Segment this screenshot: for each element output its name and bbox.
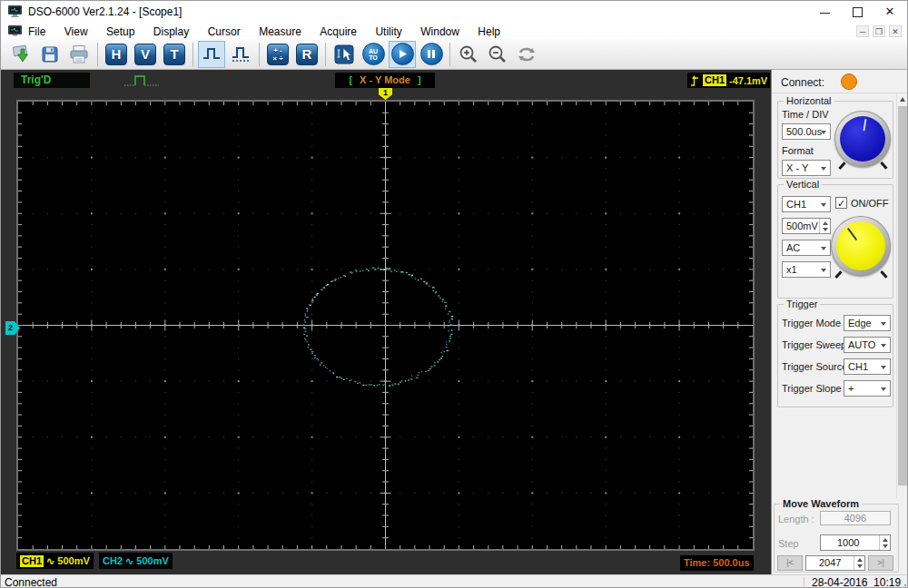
menu-measure[interactable]: Measure xyxy=(252,24,309,40)
chevron-down-icon xyxy=(821,131,826,134)
ch1-position-marker[interactable]: 1 xyxy=(379,88,392,100)
zoom-in-icon xyxy=(458,44,479,65)
zoom-in-button[interactable] xyxy=(455,41,482,68)
trigger-level-value: -47.1mV xyxy=(729,75,767,86)
move-waveform-title: Move Waveform xyxy=(780,498,862,509)
format-select[interactable]: X - Y xyxy=(782,160,831,176)
resize-grip[interactable] xyxy=(904,584,906,586)
menu-setup[interactable]: Setup xyxy=(99,24,142,40)
autoset-icon: AUTO xyxy=(362,43,385,65)
pause-icon xyxy=(420,43,443,65)
time-div-select[interactable]: 500.0us xyxy=(782,123,831,140)
panel-scrollbar[interactable] xyxy=(896,93,907,498)
trigger-group-title: Trigger xyxy=(784,299,820,309)
trigger-sweep-label: Trigger Sweep xyxy=(782,339,846,350)
connection-status-light[interactable] xyxy=(841,74,857,90)
toolbar-separator xyxy=(449,43,450,66)
menu-display[interactable]: Display xyxy=(146,24,196,40)
pointer-icon xyxy=(334,44,354,64)
coupling-select[interactable]: AC xyxy=(782,240,831,256)
channel-select[interactable]: CH1 xyxy=(782,196,831,212)
toolbar-separator xyxy=(97,43,98,66)
onoff-label: ON/OFF xyxy=(851,198,889,209)
run-button[interactable] xyxy=(389,41,416,68)
menu-help[interactable]: Help xyxy=(470,24,508,40)
delayed-pulse-button[interactable] xyxy=(227,41,254,68)
math-button[interactable]: + -× ÷ xyxy=(264,41,291,68)
trigger-setup-button[interactable]: T xyxy=(161,41,188,68)
horizontal-knob[interactable] xyxy=(834,111,891,167)
trigger-status: Trig'D xyxy=(14,73,90,88)
reference-button[interactable]: R xyxy=(293,41,321,68)
document-icon xyxy=(8,25,22,37)
step-spinner[interactable]: 1000 xyxy=(820,534,891,551)
menu-acquire[interactable]: Acquire xyxy=(312,24,364,40)
spinner-arrows[interactable] xyxy=(879,535,890,550)
zoom-out-button[interactable] xyxy=(484,41,511,68)
chevron-down-icon xyxy=(821,247,826,250)
go-first-button[interactable]: |< xyxy=(777,555,803,571)
pause-button[interactable] xyxy=(418,41,445,68)
waveform-plot xyxy=(18,102,753,549)
format-label: Format xyxy=(782,145,814,156)
mdi-minimize-button[interactable]: ─ xyxy=(856,25,869,37)
cursor-select-button[interactable] xyxy=(331,41,358,68)
autoset-button[interactable]: AUTO xyxy=(360,41,387,68)
minimize-button[interactable] xyxy=(809,1,840,23)
pulse-mode-button[interactable] xyxy=(198,41,225,68)
math-icon: + -× ÷ xyxy=(267,44,289,65)
ch1-readout: CH1 ∿ 500mV xyxy=(16,553,94,569)
menu-window[interactable]: Window xyxy=(413,24,467,40)
maximize-button[interactable] xyxy=(842,1,873,23)
open-button[interactable] xyxy=(7,41,35,68)
connection-status-text: Connected xyxy=(5,576,57,588)
save-button[interactable] xyxy=(36,41,64,68)
horizontal-setup-button[interactable]: H xyxy=(103,41,130,68)
horizontal-group: Horizontal Time / DIV 500.0us Format X -… xyxy=(777,101,893,179)
status-bar: Connected 28-04-2016 10:19 xyxy=(1,574,908,588)
trigger-source-select[interactable]: CH1 xyxy=(844,358,891,375)
spinner-arrows[interactable] xyxy=(819,219,830,233)
menu-file[interactable]: File xyxy=(21,24,53,40)
chevron-down-icon xyxy=(881,344,886,348)
mdi-close-button[interactable]: ✕ xyxy=(889,25,902,37)
chevron-down-icon xyxy=(821,269,826,272)
scrollbar-thumb[interactable] xyxy=(898,106,907,485)
go-last-button[interactable]: >| xyxy=(868,555,893,571)
position-spinner[interactable]: 2047 xyxy=(805,555,865,571)
display-mode-indicator: [X - Y Mode] xyxy=(335,73,435,88)
trigger-level-readout: CH1 -47.1mV xyxy=(687,73,770,88)
vertical-group-title: Vertical xyxy=(784,179,822,190)
trigger-slope-label: Trigger Slope xyxy=(782,383,842,394)
close-button[interactable]: ✕ xyxy=(874,1,905,23)
toolbar: H V T + -× ÷ R AUTO xyxy=(1,39,908,70)
vertical-setup-button[interactable]: V xyxy=(132,41,159,68)
length-input: 4096 xyxy=(820,511,891,525)
probe-select[interactable]: x1 xyxy=(782,261,831,278)
trigger-mode-select[interactable]: Edge xyxy=(844,315,891,331)
toolbar-separator xyxy=(259,43,260,66)
chevron-down-icon xyxy=(821,167,826,171)
menu-utility[interactable]: Utility xyxy=(368,24,409,40)
trigger-sweep-select[interactable]: AUTO xyxy=(844,337,891,353)
window-title: DSO-6000 Ver2.1.24 - [Scope1] xyxy=(28,5,182,18)
graticule[interactable] xyxy=(16,100,755,551)
time-div-label: Time / DIV xyxy=(782,109,829,120)
trigger-slope-select[interactable]: + xyxy=(844,380,891,397)
volt-scale-spinner[interactable]: 500mV xyxy=(782,218,831,234)
menu-cursor[interactable]: Cursor xyxy=(201,24,248,40)
datetime-text: 28-04-2016 10:19 xyxy=(812,576,901,588)
mdi-restore-button[interactable]: ❐ xyxy=(873,25,885,37)
pulse-icon xyxy=(202,44,222,64)
refresh-button[interactable] xyxy=(513,41,540,68)
trigger-channel-chip: CH1 xyxy=(703,74,726,86)
vertical-knob[interactable] xyxy=(831,216,891,276)
menu-view[interactable]: View xyxy=(57,24,95,40)
print-button[interactable] xyxy=(65,41,93,68)
pulse-dotted-icon xyxy=(231,44,251,64)
timebase-readout: Time: 500.0us xyxy=(680,555,754,571)
toolbar-separator xyxy=(192,43,193,66)
spinner-arrows[interactable] xyxy=(854,556,864,570)
scroll-up-arrow-icon[interactable] xyxy=(897,93,908,105)
onoff-checkbox[interactable]: ✓ xyxy=(835,197,847,209)
